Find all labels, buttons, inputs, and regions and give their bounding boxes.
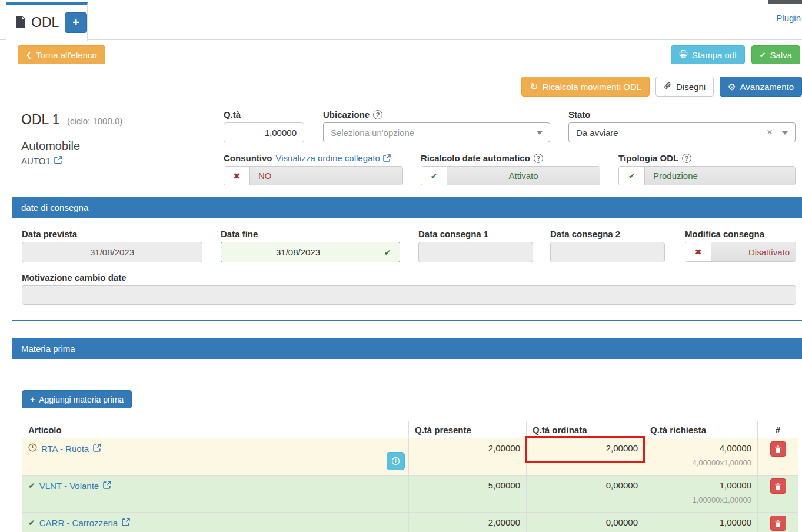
check-icon: ✔	[628, 171, 635, 181]
data-consegna-1-input[interactable]	[418, 242, 533, 262]
printer-icon	[679, 49, 688, 60]
external-link-icon[interactable]	[103, 481, 111, 491]
help-icon: ?	[373, 110, 382, 119]
tipologia-toggle[interactable]: ✔ Produzione	[618, 166, 796, 185]
linked-order-link-label: Visualizza ordine collegato	[276, 153, 380, 163]
ubicazione-select[interactable]: Seleziona un'opzione	[323, 122, 550, 142]
article-link[interactable]: VLNT - Volante	[39, 481, 99, 491]
check-icon: ✔	[384, 248, 391, 257]
stato-select[interactable]: Da avviare ×	[568, 122, 796, 142]
document-icon	[15, 15, 26, 31]
table-header-row: Articolo Q.tà presente Q.tà ordinata Q.t…	[22, 421, 798, 438]
info-icon	[391, 457, 400, 466]
trash-icon	[774, 520, 781, 527]
chevron-down-icon	[537, 131, 543, 135]
ricalcolo-date-label: Ricalcolo date automatico	[421, 153, 530, 163]
consuntivo-toggle[interactable]: ✖ NO	[224, 166, 403, 185]
dates-panel: date di consegna Data prevista Data fine…	[12, 197, 802, 321]
cross-icon: ✖	[234, 171, 241, 181]
add-material-label: Aggiungi materia prima	[39, 395, 124, 404]
field-data-consegna-2: Data consegna 2	[550, 229, 665, 262]
toolbar-actions: ↻ Ricalcola movimenti ODL Disegni ⚙ Avan…	[521, 77, 802, 97]
qta-input[interactable]	[224, 122, 304, 142]
print-odl-label: Stampa odl	[692, 50, 737, 60]
field-motivazione: Motivazione cambio date	[22, 272, 796, 305]
done-check-icon: ✔	[28, 518, 35, 527]
materials-panel: Materia prima + Aggiungi materia prima A…	[12, 338, 802, 532]
trash-icon	[774, 445, 781, 453]
clear-icon[interactable]: ×	[767, 127, 773, 138]
save-label: Salva	[770, 50, 792, 60]
qta-formula: 1,00000x1,00000	[650, 496, 751, 504]
linked-order-link[interactable]: Visualizza ordine collegato	[276, 153, 391, 163]
motivazione-label: Motivazione cambio date	[22, 272, 796, 282]
back-to-list-button[interactable]: ❮ Torna all'elenco	[18, 45, 105, 64]
delete-row-button[interactable]	[770, 441, 786, 457]
chevron-left-icon: ❮	[26, 51, 32, 59]
field-data-consegna-1: Data consegna 1	[418, 229, 533, 262]
field-qta: Q.tà	[224, 109, 304, 142]
data-consegna-2-input[interactable]	[550, 242, 665, 262]
field-stato: Stato Da avviare ×	[568, 109, 796, 142]
col-qta-presente: Q.tà presente	[409, 421, 527, 438]
qta-richiesta-value: 1,00000	[650, 480, 751, 490]
paperclip-icon	[664, 81, 672, 92]
ricalcolo-date-value: Attivato	[447, 167, 600, 185]
external-link-icon[interactable]	[122, 518, 130, 528]
field-data-fine: Data fine ✔	[221, 229, 400, 262]
progress-label: Avanzamento	[740, 82, 794, 92]
qta-ordinata-value: 0,00000	[527, 513, 644, 532]
print-odl-button[interactable]: Stampa odl	[671, 45, 745, 64]
external-link-icon[interactable]	[93, 444, 101, 454]
article-link[interactable]: RTA - Ruota	[41, 444, 89, 454]
delete-row-button[interactable]	[770, 516, 786, 531]
materials-table: Articolo Q.tà presente Q.tà ordinata Q.t…	[22, 421, 798, 532]
tipologia-value: Produzione	[645, 167, 795, 185]
tab-odl[interactable]: ODL +	[6, 2, 88, 41]
progress-button[interactable]: ⚙ Avanzamento	[720, 77, 802, 97]
add-tab-button[interactable]: +	[65, 12, 87, 33]
help-icon: ?	[682, 154, 691, 163]
field-ricalcolo-date: Ricalcolo date automatico ? ✔ Attivato	[421, 153, 600, 185]
qta-richiesta-value: 4,00000	[650, 443, 751, 453]
check-icon: ✔	[431, 171, 438, 181]
external-link-icon[interactable]	[54, 156, 62, 166]
drawings-label: Disegni	[676, 82, 706, 92]
qta-presente-value: 2,00000	[409, 513, 527, 532]
info-button[interactable]	[387, 452, 405, 470]
article-link[interactable]: CARR - Carrozzeria	[39, 518, 118, 528]
add-material-button[interactable]: + Aggiungi materia prima	[22, 390, 132, 408]
delete-row-button[interactable]	[770, 478, 786, 494]
qta-label: Q.tà	[224, 109, 304, 119]
data-prevista-label: Data prevista	[22, 229, 202, 239]
data-fine-input[interactable]	[221, 242, 375, 262]
plugin-link[interactable]: Plugin	[776, 13, 801, 23]
field-consuntivo: Consuntivo Visualizza ordine collegato ✖…	[224, 153, 403, 185]
drawings-button[interactable]: Disegni	[655, 77, 714, 97]
qta-presente-value: 5,00000	[409, 476, 527, 513]
modifica-consegna-toggle[interactable]: ✖ Disattivato	[685, 242, 796, 262]
plus-icon: +	[30, 395, 35, 404]
field-ubicazione: Ubicazione ? Seleziona un'opzione	[323, 109, 550, 142]
qta-presente-value: 2,00000	[409, 438, 527, 476]
ricalcolo-date-toggle[interactable]: ✔ Attivato	[421, 166, 600, 185]
cross-icon: ✖	[695, 247, 702, 257]
external-link-icon	[383, 154, 391, 162]
stato-value: Da avviare	[576, 128, 618, 138]
save-button[interactable]: ✔ Salva	[751, 45, 800, 64]
ubicazione-placeholder: Seleziona un'opzione	[331, 128, 414, 138]
product-name: Automobile	[21, 139, 122, 153]
data-consegna-2-label: Data consegna 2	[550, 229, 665, 239]
data-fine-confirm-button[interactable]: ✔	[375, 242, 400, 262]
plus-icon: +	[72, 16, 79, 29]
ubicazione-label: Ubicazione	[323, 109, 370, 119]
motivazione-input[interactable]	[22, 285, 796, 305]
col-qta-ordinata: Q.tà ordinata	[527, 421, 644, 438]
field-tipologia: Tipologia ODL ? ✔ Produzione	[618, 153, 796, 185]
qta-richiesta-value: 1,00000	[650, 517, 751, 527]
recalc-movements-button[interactable]: ↻ Ricalcola movimenti ODL	[521, 77, 650, 97]
data-prevista-input[interactable]	[22, 242, 202, 262]
table-row: ✔ VLNT - Volante 5,00000 0,00000	[22, 476, 798, 513]
table-row: ✔ CARR - Carrozzeria 2,00000 0,00000	[22, 513, 798, 532]
qta-ordinata-value: 2,00000	[527, 438, 644, 476]
